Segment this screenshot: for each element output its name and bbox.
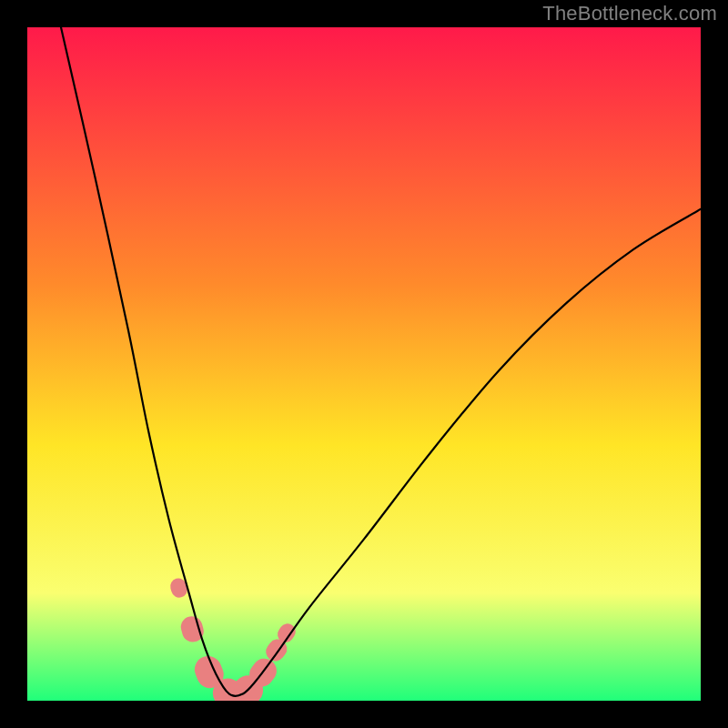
- bottleneck-chart: [0, 0, 728, 728]
- watermark-text: TheBottleneck.com: [542, 2, 717, 25]
- gradient-background: [27, 27, 701, 701]
- chart-frame: { "watermark": "TheBottleneck.com", "col…: [0, 0, 728, 728]
